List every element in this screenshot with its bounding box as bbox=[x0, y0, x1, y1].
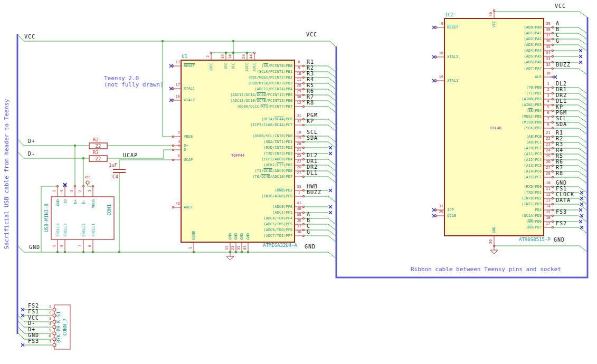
pin-name-text: (AD1)PA1 bbox=[524, 31, 542, 35]
pin-name-text: VCC bbox=[492, 21, 496, 28]
pin-name-text: (MISO)PB6 bbox=[522, 120, 542, 124]
pin-number: 19 bbox=[295, 137, 303, 140]
pin-name: (SS)PB4 bbox=[454, 109, 542, 113]
net-label: G bbox=[556, 39, 560, 44]
pin-number: 3 bbox=[172, 145, 180, 148]
net-label: R4 bbox=[556, 148, 563, 153]
pin-number: 27 bbox=[295, 171, 303, 175]
net-label: PGM bbox=[556, 110, 567, 116]
no-connect-icon bbox=[579, 49, 582, 52]
resistor-value: 22 bbox=[91, 157, 106, 161]
pin-number: 25 bbox=[295, 154, 303, 158]
pin-name: (TXD/INT3)PD3 bbox=[205, 152, 292, 156]
pin-name: (OC0B/SCL/INT0)PD0 bbox=[205, 135, 292, 138]
junction-dot bbox=[246, 52, 248, 54]
pin-name: (PDI/MOSI/PCINT2)PB2 bbox=[205, 76, 292, 80]
pin-name-text: /ADC10)PD7 bbox=[270, 175, 292, 179]
pin-name-text: (ADC12/OC1A/ bbox=[230, 93, 257, 97]
wire bbox=[18, 246, 24, 252]
pin-number: 13 bbox=[172, 61, 180, 64]
pin-name-text: (AIN1)PB3 bbox=[522, 103, 542, 107]
no-connect-icon bbox=[554, 75, 557, 79]
junction-dot bbox=[232, 40, 234, 42]
bus-entry bbox=[579, 105, 587, 111]
pin-number: 38 bbox=[295, 219, 303, 223]
bus-entry bbox=[579, 27, 587, 34]
pin-name-text: AREF bbox=[184, 205, 193, 209]
pin-name-text: (AIN0)PB2 bbox=[522, 97, 542, 101]
pin-name: (AD1)PA1 bbox=[454, 32, 542, 35]
pin-number: 24 bbox=[544, 149, 552, 152]
pin-number: 7 bbox=[172, 131, 180, 135]
bus-entry bbox=[579, 99, 587, 106]
bus-entry bbox=[328, 224, 336, 231]
pin-number: 26 bbox=[544, 160, 552, 164]
net-label: D- bbox=[28, 321, 35, 326]
pin-name-text: (T1/ bbox=[254, 169, 263, 173]
net-label: DR1 bbox=[307, 159, 318, 164]
net-label: B bbox=[307, 218, 310, 223]
pin-name-text: D+ bbox=[184, 143, 188, 148]
pin-name-text: GND bbox=[234, 233, 238, 240]
pin-number: 23 bbox=[544, 143, 552, 147]
pin-number: 32 bbox=[544, 63, 552, 67]
pin-number: 7 bbox=[544, 117, 552, 121]
teensy-note: Teensy 2.0 (not fully drawn) bbox=[104, 75, 164, 88]
pin-name-text: (A9)PC1 bbox=[526, 140, 542, 145]
pin-name: (RXD/INT2)PD2 bbox=[205, 146, 292, 150]
pin-name-text: (A13)PC5 bbox=[524, 164, 542, 168]
pin-name-text: (INT0)PD2 bbox=[522, 196, 542, 200]
net-label: FS1 bbox=[556, 186, 567, 191]
pin-name-text: (PDO/MISO/PCINT3)PB3 bbox=[248, 81, 292, 85]
net-label: SDA bbox=[307, 136, 318, 141]
pin-number: 12 bbox=[544, 193, 552, 197]
junction-dot bbox=[225, 52, 227, 54]
pin-name-text: RESET bbox=[184, 64, 195, 68]
pin-name: VCC bbox=[492, 21, 496, 28]
no-connect-icon bbox=[329, 205, 332, 208]
resistor-ref: R3 bbox=[93, 150, 99, 155]
no-connect-icon bbox=[579, 55, 582, 58]
net-label: G bbox=[307, 229, 310, 235]
pin-number: 22 bbox=[295, 160, 303, 164]
net-label: R2 bbox=[556, 136, 563, 141]
net-label: R3 bbox=[307, 71, 314, 76]
net-label: R2 bbox=[307, 65, 314, 71]
vcc-symbol-icon bbox=[86, 181, 89, 184]
pin-name-text: (A10)PC2 bbox=[524, 146, 542, 150]
bus-entry bbox=[328, 89, 336, 95]
bus-entry bbox=[579, 142, 587, 149]
net-label: FS3 bbox=[556, 209, 567, 215]
pin-name-text: XTAL1 bbox=[447, 79, 458, 83]
bus-entry bbox=[579, 148, 587, 155]
pin-number: 25 bbox=[544, 155, 552, 158]
pin-number: 4 bbox=[544, 100, 552, 103]
bus-entry bbox=[579, 154, 587, 160]
pin-name-text: ICP bbox=[447, 208, 454, 212]
pin-name-text: (T0)PB0 bbox=[526, 85, 542, 90]
pin-number: 5 bbox=[42, 329, 51, 332]
pin-name-text: PD4 bbox=[535, 208, 542, 212]
net-label: BUZZ bbox=[556, 62, 571, 68]
pin-number: 2 bbox=[206, 55, 210, 58]
junction-dot bbox=[118, 251, 120, 253]
pin-name: D- bbox=[82, 199, 86, 204]
pin-name-text: (ADC13/OC1B/ bbox=[230, 99, 257, 103]
pin-name-text: /PCINT0)PB0 bbox=[268, 64, 292, 68]
pin-name-text: SS bbox=[528, 109, 533, 113]
pin-name: (ADC13/OC1B/OC4B/PCINT13)PB6 bbox=[205, 99, 292, 103]
pin-number: 36 bbox=[544, 40, 552, 43]
pin-name-text: (TXD/INT3)PD3 bbox=[263, 151, 292, 156]
power-label: D+ bbox=[28, 139, 35, 144]
pin-name-text: (ADC0)PF0 bbox=[272, 205, 292, 209]
pin-number: 18 bbox=[295, 131, 303, 135]
no-connect-icon bbox=[579, 61, 582, 64]
pin-name-text: HWB bbox=[277, 188, 283, 193]
pin-name: (ICP3/CLK0/OC4A)PC7 bbox=[205, 123, 292, 127]
pin-name: (PDO/MISO/PCINT3)PB3 bbox=[205, 82, 292, 85]
pin-number: 18 bbox=[435, 52, 443, 55]
pin-number: 3 bbox=[42, 317, 51, 321]
gnd-symbol-icon bbox=[226, 256, 234, 260]
pin-number: 39 bbox=[544, 22, 552, 26]
pin-name-text: WR bbox=[528, 219, 533, 224]
